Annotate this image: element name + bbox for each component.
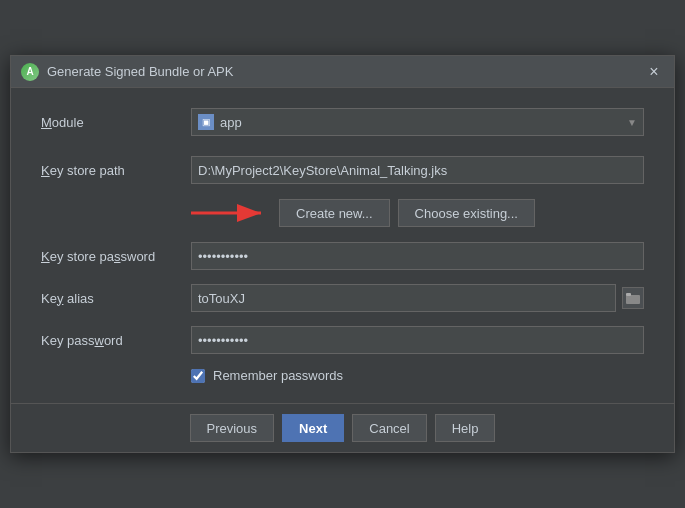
footer: Previous Next Cancel Help (11, 403, 674, 452)
key-alias-control (191, 284, 644, 312)
key-password-row: Key password (41, 326, 644, 354)
cancel-button[interactable]: Cancel (352, 414, 426, 442)
module-row: Module ▣ app ▼ (41, 108, 644, 136)
create-new-button[interactable]: Create new... (279, 199, 390, 227)
keystore-password-control (191, 242, 644, 270)
title-bar-left: A Generate Signed Bundle or APK (21, 63, 233, 81)
remember-passwords-label: Remember passwords (213, 368, 343, 383)
key-alias-label: Key alias (41, 291, 191, 306)
module-label: Module (41, 115, 191, 130)
app-icon: A (21, 63, 39, 81)
dialog: A Generate Signed Bundle or APK × Module… (10, 55, 675, 453)
keystore-password-row: Key store password (41, 242, 644, 270)
previous-button[interactable]: Previous (190, 414, 275, 442)
module-dropdown-wrapper: ▣ app ▼ (191, 108, 644, 136)
module-icon: ▣ (198, 114, 214, 130)
key-alias-input[interactable] (191, 284, 616, 312)
next-button[interactable]: Next (282, 414, 344, 442)
module-control: ▣ app ▼ (191, 108, 644, 136)
help-button[interactable]: Help (435, 414, 496, 442)
keystore-path-label: Key store path (41, 163, 191, 178)
keystore-path-input[interactable] (191, 156, 644, 184)
close-button[interactable]: × (644, 62, 664, 82)
module-chevron-icon: ▼ (627, 117, 637, 128)
module-label-text: Module (41, 115, 84, 130)
module-dropdown[interactable]: ▣ app ▼ (191, 108, 644, 136)
dialog-title: Generate Signed Bundle or APK (47, 64, 233, 79)
title-bar: A Generate Signed Bundle or APK × (11, 56, 674, 88)
key-alias-row: Key alias (41, 284, 644, 312)
keystore-path-row: Key store path (41, 156, 644, 184)
key-password-control (191, 326, 644, 354)
key-alias-browse-button[interactable] (622, 287, 644, 309)
choose-existing-button[interactable]: Choose existing... (398, 199, 535, 227)
form-content: Module ▣ app ▼ Key store path (11, 88, 674, 403)
keystore-buttons: Create new... Choose existing... (279, 199, 535, 227)
keystore-password-input[interactable] (191, 242, 644, 270)
red-arrow-icon (191, 198, 271, 228)
key-password-input[interactable] (191, 326, 644, 354)
module-value: app (220, 115, 242, 130)
remember-passwords-checkbox[interactable] (191, 369, 205, 383)
svg-rect-3 (626, 293, 631, 296)
keystore-password-label: Key store password (41, 249, 191, 264)
svg-rect-2 (626, 295, 640, 304)
folder-icon (626, 292, 640, 304)
button-area: Create new... Choose existing... (41, 198, 644, 228)
key-password-label: Key password (41, 333, 191, 348)
remember-passwords-row: Remember passwords (41, 368, 644, 383)
keystore-path-control (191, 156, 644, 184)
